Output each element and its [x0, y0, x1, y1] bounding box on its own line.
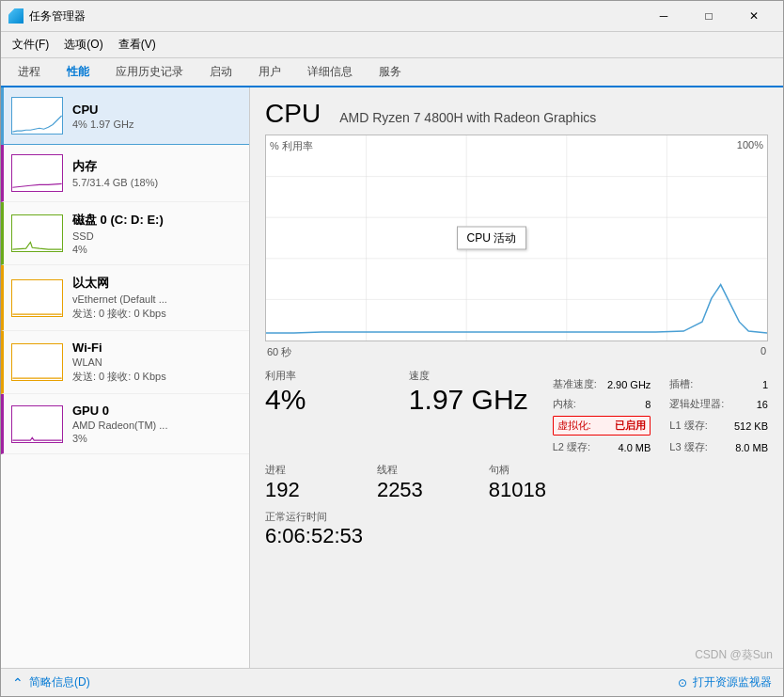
- memory-detail: 5.7/31.4 GB (18%): [72, 177, 242, 188]
- utilization-label: 利用率: [265, 369, 409, 383]
- main-panel: CPU AMD Ryzen 7 4800H with Radeon Graphi…: [250, 87, 783, 668]
- tab-users[interactable]: 用户: [245, 58, 294, 87]
- cpu-detail: 4% 1.97 GHz: [72, 119, 242, 130]
- l2-val: 4.0 MB: [619, 442, 651, 453]
- sidebar-item-cpu[interactable]: CPU 4% 1.97 GHz: [1, 87, 249, 145]
- cpu-info: CPU 4% 1.97 GHz: [72, 103, 242, 130]
- sidebar-item-gpu[interactable]: GPU 0 AMD Radeon(TM) ... 3%: [1, 394, 249, 454]
- menu-bar: 文件(F) 选项(O) 查看(V): [1, 32, 783, 58]
- processes-stat: 进程 192: [265, 463, 377, 502]
- task-manager-window: 任务管理器 ─ □ ✕ 文件(F) 选项(O) 查看(V) 进程 性能 应用历史…: [0, 0, 784, 697]
- resource-icon: ⊙: [678, 676, 687, 689]
- tab-details[interactable]: 详细信息: [294, 58, 366, 87]
- base-speed-val: 2.90 GHz: [607, 379, 651, 390]
- sidebar-item-disk[interactable]: 磁盘 0 (C: D: E:) SSD 4%: [1, 202, 249, 265]
- chart-tooltip: CPU 活动: [457, 227, 527, 250]
- sidebar: CPU 4% 1.97 GHz 内存 5.7/31.4 GB (18%): [1, 87, 250, 668]
- threads-label: 线程: [377, 463, 489, 477]
- chart-y-label: % 利用率: [270, 139, 313, 153]
- sockets-val: 1: [762, 379, 768, 390]
- sidebar-item-wifi[interactable]: Wi-Fi WLAN 发送: 0 接收: 0 Kbps: [1, 331, 249, 394]
- sidebar-item-ethernet[interactable]: 以太网 vEthernet (Default ... 发送: 0 接收: 0 K…: [1, 265, 249, 331]
- memory-info: 内存 5.7/31.4 GB (18%): [72, 158, 242, 188]
- tab-processes[interactable]: 进程: [5, 58, 54, 87]
- title-bar: 任务管理器 ─ □ ✕: [1, 1, 783, 32]
- handles-value: 81018: [489, 478, 601, 502]
- summary-label: 简略信息(D): [29, 674, 90, 690]
- menu-view[interactable]: 查看(V): [111, 34, 164, 55]
- handles-stat: 句柄 81018: [489, 463, 601, 502]
- l2-key: L2 缓存:: [553, 440, 590, 454]
- memory-name: 内存: [72, 158, 242, 175]
- wifi-thumbnail: [11, 343, 63, 381]
- cpu-title: CPU: [265, 99, 321, 129]
- threads-value: 2253: [377, 478, 489, 502]
- speed-value: 1.97 GHz: [409, 384, 553, 416]
- base-speed-row: 基准速度: 2.90 GHz: [553, 376, 651, 392]
- chevron-up-icon: ⌃: [12, 675, 24, 690]
- disk-name: 磁盘 0 (C: D: E:): [72, 212, 242, 229]
- ethernet-thumbnail: [11, 279, 63, 317]
- tab-app-history[interactable]: 应用历史记录: [102, 58, 196, 87]
- virt-key: 虚拟化:: [557, 419, 591, 433]
- gpu-name: GPU 0: [72, 404, 242, 418]
- gpu-thumbnail: [11, 405, 63, 443]
- svg-rect-5: [12, 406, 61, 442]
- close-button[interactable]: ✕: [732, 7, 776, 25]
- ethernet-name: 以太网: [72, 275, 242, 292]
- minimize-button[interactable]: ─: [642, 7, 685, 25]
- placeholder: [601, 463, 768, 502]
- tab-performance[interactable]: 性能: [54, 58, 102, 87]
- gpu-detail1: AMD Radeon(TM) ...: [72, 420, 242, 431]
- disk-detail1: SSD: [72, 230, 242, 242]
- cpu-header: CPU AMD Ryzen 7 4800H with Radeon Graphi…: [265, 99, 768, 129]
- sockets-key: 插槽:: [669, 377, 693, 391]
- chart-time-right: 0: [760, 345, 766, 359]
- resource-monitor-button[interactable]: ⊙ 打开资源监视器: [678, 674, 772, 690]
- tab-startup[interactable]: 启动: [196, 58, 245, 87]
- wifi-info: Wi-Fi WLAN 发送: 0 接收: 0 Kbps: [72, 341, 242, 384]
- uptime-section: 正常运行时间 6:06:52:53: [265, 510, 768, 548]
- logical-val: 16: [757, 399, 768, 410]
- uptime-label: 正常运行时间: [265, 510, 768, 524]
- resource-label: 打开资源监视器: [693, 674, 772, 690]
- speed-label: 速度: [409, 369, 553, 383]
- maximize-button[interactable]: □: [687, 7, 730, 25]
- tab-bar: 进程 性能 应用历史记录 启动 用户 详细信息 服务: [1, 58, 783, 87]
- utilization-stat: 利用率 4%: [265, 369, 409, 455]
- memory-thumbnail: [11, 154, 63, 192]
- cores-row: 内核: 8: [553, 396, 651, 412]
- logical-row: 逻辑处理器: 16: [669, 396, 768, 412]
- window-title: 任务管理器: [29, 8, 86, 24]
- l1-val: 512 KB: [734, 420, 768, 432]
- summary-info-button[interactable]: ⌃ 简略信息(D): [12, 674, 90, 690]
- speed-stat: 速度 1.97 GHz: [409, 369, 553, 455]
- menu-file[interactable]: 文件(F): [5, 34, 56, 55]
- utilization-value: 4%: [265, 384, 409, 416]
- window-controls: ─ □ ✕: [642, 7, 776, 25]
- processes-value: 192: [265, 478, 377, 502]
- virt-val: 已启用: [615, 419, 646, 433]
- cpu-name: CPU: [72, 103, 242, 117]
- cores-val: 8: [645, 399, 651, 410]
- info-panel: 基准速度: 2.90 GHz 插槽: 1 内核: 8 逻辑处理器:: [553, 369, 768, 455]
- sidebar-item-memory[interactable]: 内存 5.7/31.4 GB (18%): [1, 145, 249, 202]
- uptime-value: 6:06:52:53: [265, 524, 768, 548]
- processes-label: 进程: [265, 463, 377, 477]
- chart-time-left: 60 秒: [267, 345, 291, 359]
- disk-thumbnail: [11, 214, 63, 252]
- app-icon: [8, 8, 24, 24]
- cpu-model: AMD Ryzen 7 4800H with Radeon Graphics: [339, 110, 596, 125]
- menu-options[interactable]: 选项(O): [56, 34, 110, 55]
- wifi-detail2: 发送: 0 接收: 0 Kbps: [72, 370, 242, 384]
- l3-row: L3 缓存: 8.0 MB: [669, 439, 768, 455]
- l3-key: L3 缓存:: [669, 440, 707, 454]
- stats-row-1: 利用率 4% 速度 1.97 GHz 基准速度: 2.90 GHz 插槽:: [265, 369, 768, 455]
- l1-row: L1 缓存: 512 KB: [669, 416, 768, 436]
- bottom-bar: ⌃ 简略信息(D) ⊙ 打开资源监视器: [1, 668, 783, 696]
- watermark: CSDN @葵Sun: [695, 647, 773, 663]
- gpu-info: GPU 0 AMD Radeon(TM) ... 3%: [72, 404, 242, 444]
- logical-key: 逻辑处理器:: [669, 397, 724, 411]
- tab-services[interactable]: 服务: [366, 58, 415, 87]
- cpu-chart: % 利用率 100% CPU 活动: [265, 135, 768, 341]
